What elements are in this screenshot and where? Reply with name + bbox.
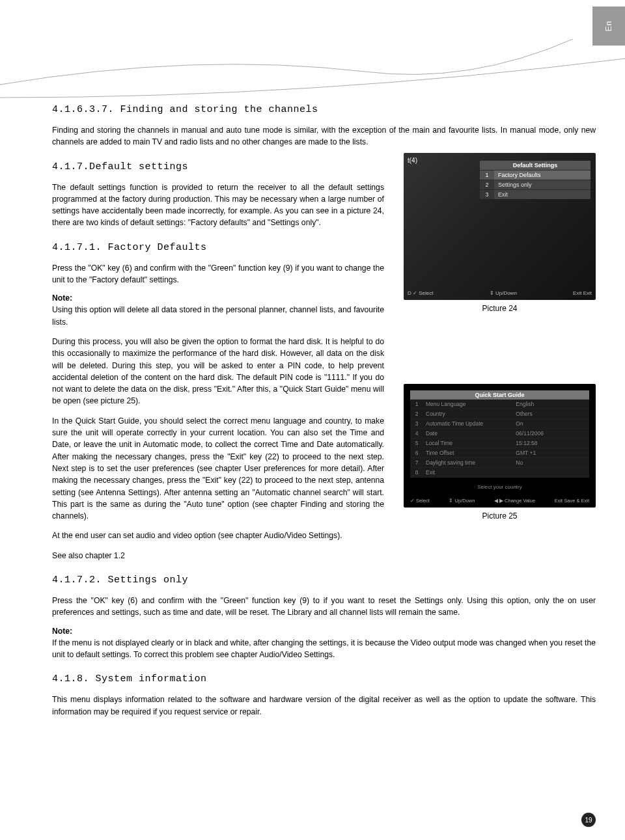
osd-row-number: 7 (410, 458, 423, 467)
osd-menu-row: 1Menu LanguageEnglish (410, 400, 589, 409)
osd-row-number: 8 (410, 468, 423, 477)
osd-default-settings: t(4) Default Settings 1Factory Defaults2… (404, 153, 596, 300)
language-tab-label: En (604, 21, 613, 32)
osd-row-number: 6 (410, 448, 423, 457)
osd-header: Default Settings (480, 161, 590, 170)
osd-footer-save: Exit Save & Exit (555, 498, 589, 504)
paragraph: See also chapter 1.2 (52, 550, 596, 562)
osd-row-label: Local Time (423, 439, 513, 448)
osd-footer-exit: Exit Exit (573, 290, 592, 296)
figure-24: t(4) Default Settings 1Factory Defaults2… (404, 153, 596, 313)
content-body: 4.1.6.3.7. Finding and storing the chann… (52, 0, 596, 718)
osd-row-number: 1 (480, 170, 494, 180)
paragraph: Finding and storing the channels in manu… (52, 124, 596, 148)
osd-row-value: No (513, 458, 589, 467)
figure-caption: Picture 24 (404, 304, 596, 313)
paragraph: Press the "OK" key (6) and confirm with … (52, 262, 384, 286)
osd-menu-row: 5Local Time15:12:58 (410, 439, 589, 448)
osd-row-number: 3 (480, 190, 494, 199)
osd-row-label: Exit (494, 190, 590, 199)
osd-row-value: 06/11/2006 (513, 429, 589, 438)
heading-4172: 4.1.7.2. Settings only (52, 575, 596, 586)
osd-menu-row: 8Exit (410, 468, 589, 478)
osd-subtext: Select your country (410, 484, 589, 490)
osd-menu-row: 7Daylight saving timeNo (410, 458, 589, 468)
paragraph: Using this option will delete all data s… (52, 304, 384, 328)
heading-418: 4.1.8. System information (52, 673, 596, 684)
osd-row-value: GMT +1 (513, 448, 589, 457)
osd-row-number: 2 (410, 409, 423, 418)
osd-row-number: 5 (410, 439, 423, 448)
osd-quick-start-guide: Quick Start Guide 1Menu LanguageEnglish2… (404, 384, 596, 508)
osd-row-label: Daylight saving time (423, 458, 513, 467)
paragraph: If the menu is not displayed clearly or … (52, 637, 596, 661)
osd-row-label: Exit (423, 468, 513, 477)
osd-row-label: Date (423, 429, 513, 438)
paragraph: This menu displays information related t… (52, 694, 596, 718)
heading-41637: 4.1.6.3.7. Finding and storing the chann… (52, 104, 596, 115)
figure-caption: Picture 25 (404, 511, 596, 521)
paragraph: During this process, you will also be gi… (52, 336, 384, 407)
figure-25: Quick Start Guide 1Menu LanguageEnglish2… (404, 384, 596, 521)
osd-corner-label: t(4) (408, 157, 417, 164)
osd-row-label: Factory Defaults (494, 170, 590, 180)
osd-menu-row: 6Time OffsetGMT +1 (410, 448, 589, 458)
osd-menu-row: 4Date06/11/2006 (410, 429, 589, 439)
osd-footer: ✓ Select ⇕ Up/Down ◀ ▶ Change Value Exit… (410, 498, 589, 504)
osd-row-value: English (513, 400, 589, 409)
osd-row-label: Menu Language (423, 400, 513, 409)
paragraph: Press the "OK" key (6) and confirm with … (52, 595, 596, 619)
page-number: 19 (581, 813, 596, 827)
osd-footer-updown: ⇕ Up/Down (490, 290, 517, 296)
osd-row-number: 4 (410, 429, 423, 438)
osd-menu-row: 3Exit (480, 189, 590, 199)
osd-footer: D ✓ Select ⇕ Up/Down Exit Exit (408, 290, 592, 296)
osd-footer-updown: ⇕ Up/Down (449, 498, 475, 504)
osd-row-value: On (513, 419, 589, 428)
osd-row-label: Time Offset (423, 448, 513, 457)
language-tab: En (592, 7, 625, 46)
osd-menu-row: 3Automatic Time UpdateOn (410, 419, 589, 429)
osd-footer-change: ◀ ▶ Change Value (494, 498, 535, 504)
paragraph: The default settings function is provide… (52, 182, 384, 229)
osd-row-number: 1 (410, 400, 423, 409)
osd-row-number: 2 (480, 180, 494, 189)
osd-row-value: Others (513, 409, 589, 418)
page: En 4.1.6.3.7. Finding and storing the ch… (0, 0, 625, 840)
osd-footer-select: ✓ Select (410, 498, 430, 504)
osd-footer-select: D ✓ Select (408, 290, 433, 296)
osd-menu-row: 2Settings only (480, 180, 590, 189)
osd-row-label: Country (423, 409, 513, 418)
osd-header: Quick Start Guide (410, 390, 589, 400)
osd-row-value (513, 468, 589, 477)
osd-menu-row: 2CountryOthers (410, 409, 589, 419)
paragraph: At the end user can set audio and video … (52, 530, 596, 541)
note-label: Note: (52, 627, 596, 636)
osd-row-value: 15:12:58 (513, 439, 589, 448)
osd-menu-row: 1Factory Defaults (480, 170, 590, 180)
osd-row-label: Settings only (494, 180, 590, 189)
osd-row-label: Automatic Time Update (423, 419, 513, 428)
osd-row-number: 3 (410, 419, 423, 428)
